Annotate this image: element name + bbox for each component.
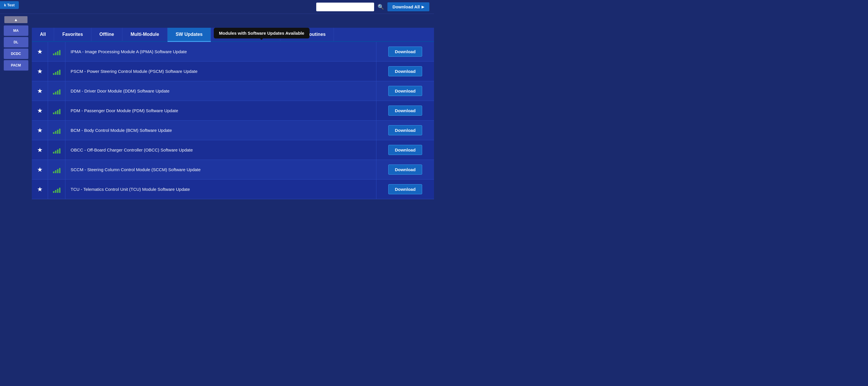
sidebar: ▲ MA DL DCDC PACM [0, 14, 32, 70]
signal-bars-icon [53, 186, 60, 193]
col-signal [48, 160, 65, 179]
table-row: ★ TCU - Telematics Control Unit (TCU) Mo… [32, 180, 434, 199]
sidebar-item-ma[interactable]: MA [4, 26, 28, 36]
search-input[interactable] [316, 3, 374, 11]
module-table: ★ IPMA - Image Processing Module A (IPMA… [32, 42, 434, 199]
download-button[interactable]: Download [388, 86, 423, 96]
tab-sw-updates[interactable]: SW Updates [167, 28, 211, 42]
tab-offline[interactable]: Offline [91, 28, 123, 41]
col-star: ★ [32, 140, 48, 160]
col-signal [48, 81, 65, 101]
signal-bars-icon [53, 68, 60, 75]
module-name: TCU - Telematics Control Unit (TCU) Modu… [65, 180, 376, 199]
sidebar-item-dcdc[interactable]: DCDC [4, 49, 28, 59]
col-star: ★ [32, 180, 48, 199]
col-signal [48, 180, 65, 199]
star-icon[interactable]: ★ [37, 166, 43, 173]
download-button[interactable]: Download [388, 46, 423, 57]
table-row: ★ PDM - Passenger Door Module (PDM) Soft… [32, 101, 434, 121]
module-name: BCM - Body Control Module (BCM) Software… [65, 121, 376, 140]
module-name: OBCC - Off-Board Charger Controller (OBC… [65, 140, 376, 160]
tab-guided-routines[interactable]: Guided Routines [280, 28, 334, 41]
tab-favorites[interactable]: Favorites [54, 28, 91, 41]
search-area: 🔍 Download All [316, 2, 429, 11]
col-star: ★ [32, 101, 48, 120]
star-icon[interactable]: ★ [37, 146, 43, 154]
tab-bar: All Favorites Offline Multi-Module SW Up… [32, 28, 434, 42]
col-star: ★ [32, 81, 48, 101]
top-bar: k Test 🔍 Download All [0, 0, 434, 14]
table-row: ★ IPMA - Image Processing Module A (IPMA… [32, 42, 434, 62]
star-icon[interactable]: ★ [37, 87, 43, 95]
signal-bars-icon [53, 127, 60, 134]
col-action: Download [376, 42, 434, 61]
table-row: ★ BCM - Body Control Module (BCM) Softwa… [32, 121, 434, 140]
download-all-button[interactable]: Download All [388, 2, 429, 11]
star-icon[interactable]: ★ [37, 48, 43, 56]
sidebar-item-pacm[interactable]: PACM [4, 60, 28, 70]
table-row: ★ OBCC - Off-Board Charger Controller (O… [32, 140, 434, 160]
module-name: PDM - Passenger Door Module (PDM) Softwa… [65, 101, 376, 120]
table-row: ★ DDM - Driver Door Module (DDM) Softwar… [32, 81, 434, 101]
col-signal [48, 101, 65, 120]
col-action: Download [376, 140, 434, 160]
tab-all[interactable]: All [32, 28, 54, 41]
download-button[interactable]: Download [388, 105, 423, 116]
col-action: Download [376, 121, 434, 140]
module-name: IPMA - Image Processing Module A (IPMA) … [65, 42, 376, 61]
col-signal [48, 121, 65, 140]
download-button[interactable]: Download [388, 164, 423, 174]
col-action: Download [376, 62, 434, 81]
tab-multi-module[interactable]: Multi-Module [122, 28, 167, 41]
sidebar-item-dl[interactable]: DL [4, 37, 28, 47]
col-star: ★ [32, 62, 48, 81]
col-signal [48, 62, 65, 81]
table-row: ★ SCCM - Steering Column Control Module … [32, 160, 434, 180]
download-button[interactable]: Download [388, 145, 423, 155]
star-icon[interactable]: ★ [37, 107, 43, 115]
download-button[interactable]: Download [388, 66, 423, 76]
signal-bars-icon [53, 88, 60, 95]
app-badge: k Test [0, 1, 19, 9]
signal-bars-icon [53, 147, 60, 154]
col-star: ★ [32, 160, 48, 179]
col-signal [48, 140, 65, 160]
col-signal [48, 42, 65, 61]
col-action: Download [376, 101, 434, 120]
star-icon[interactable]: ★ [37, 186, 43, 193]
signal-bars-icon [53, 107, 60, 114]
search-icon: 🔍 [378, 4, 384, 10]
signal-bars-icon [53, 48, 60, 55]
col-star: ★ [32, 42, 48, 61]
module-name: DDM - Driver Door Module (DDM) Software … [65, 81, 376, 101]
download-button[interactable]: Download [388, 184, 423, 194]
module-name: SCCM - Steering Column Control Module (S… [65, 160, 376, 179]
download-button[interactable]: Download [388, 125, 423, 135]
signal-bars-icon [53, 166, 60, 173]
tab-programmable-features[interactable]: Programmable Features [211, 28, 280, 41]
col-action: Download [376, 160, 434, 179]
main-content: Modules with Software Updates Available … [32, 28, 434, 199]
col-star: ★ [32, 121, 48, 140]
table-row: ★ PSCM - Power Steering Control Module (… [32, 62, 434, 81]
search-button[interactable]: 🔍 [378, 4, 384, 10]
star-icon[interactable]: ★ [37, 127, 43, 134]
sidebar-scroll-up[interactable]: ▲ [4, 16, 28, 23]
module-name: PSCM - Power Steering Control Module (PS… [65, 62, 376, 81]
star-icon[interactable]: ★ [37, 68, 43, 75]
col-action: Download [376, 81, 434, 101]
col-action: Download [376, 180, 434, 199]
